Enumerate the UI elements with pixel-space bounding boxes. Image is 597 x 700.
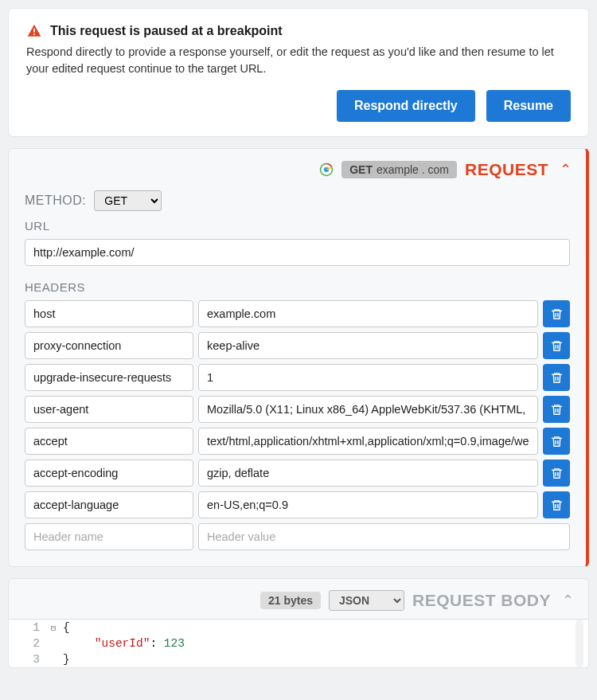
header-row-new [25,523,570,550]
request-panel: GET example . com REQUEST ⌃ METHOD: GET … [8,148,589,567]
line-number: 3 [9,653,47,666]
body-type-select[interactable]: JSON [329,590,404,611]
header-row [25,491,570,518]
method-label: METHOD: [25,194,86,208]
alert-description: Respond directly to provide a response y… [26,44,571,77]
header-value-input[interactable] [198,300,538,327]
header-name-input[interactable] [25,364,193,391]
header-value-input[interactable] [198,459,538,487]
warning-icon [26,23,42,39]
body-section-title: REQUEST BODY [412,591,551,610]
header-row [25,459,570,487]
header-row [25,300,570,327]
chrome-icon [319,162,334,177]
resume-button[interactable]: Resume [486,90,571,122]
respond-directly-button[interactable]: Respond directly [337,90,475,122]
header-name-input[interactable] [25,332,193,359]
code-content[interactable]: } [60,653,588,666]
header-name-input[interactable] [25,428,193,455]
delete-header-button[interactable] [543,300,570,327]
new-header-value-input[interactable] [198,523,570,550]
fold-toggle[interactable]: ⊟ [47,623,60,633]
headers-label: HEADERS [25,280,570,294]
method-select[interactable]: GET [94,190,162,211]
url-label: URL [25,219,570,233]
svg-rect-1 [33,33,35,35]
pill-host: example . com [377,163,449,176]
code-line: 3} [9,651,588,667]
breakpoint-alert: This request is paused at a breakpoint R… [8,8,589,137]
code-content[interactable]: { [60,621,588,634]
url-input[interactable] [25,239,570,266]
delete-header-button[interactable] [543,396,570,423]
new-header-name-input[interactable] [25,523,193,550]
delete-header-button[interactable] [543,364,570,391]
header-value-input[interactable] [198,428,538,455]
code-content[interactable]: "userId": 123 [60,637,588,650]
header-name-input[interactable] [25,396,193,423]
header-name-input[interactable] [25,300,193,327]
body-size-badge: 21 bytes [260,592,321,609]
request-body-panel: 21 bytes JSON REQUEST BODY ⌃ 1⊟{2 "userI… [8,578,589,668]
body-editor[interactable]: 1⊟{2 "userId": 1233} [9,619,588,667]
header-value-input[interactable] [198,332,538,359]
delete-header-button[interactable] [543,459,570,487]
delete-header-button[interactable] [543,491,570,518]
code-line: 2 "userId": 123 [9,635,588,651]
header-value-input[interactable] [198,491,538,518]
alert-title: This request is paused at a breakpoint [50,24,283,38]
line-number: 1 [9,621,47,634]
header-row [25,364,570,391]
pill-method: GET [349,163,373,176]
header-value-input[interactable] [198,396,538,423]
header-value-input[interactable] [198,364,538,391]
delete-header-button[interactable] [543,428,570,455]
delete-header-button[interactable] [543,332,570,359]
header-row [25,428,570,455]
header-name-input[interactable] [25,491,193,518]
code-line: 1⊟{ [9,620,588,635]
header-row [25,332,570,359]
header-row [25,396,570,423]
request-section-title: REQUEST [465,160,548,179]
request-summary-pill: GET example . com [341,161,457,178]
collapse-body-icon[interactable]: ⌃ [562,592,574,609]
line-number: 2 [9,637,47,650]
header-name-input[interactable] [25,459,193,487]
collapse-request-icon[interactable]: ⌃ [560,161,572,178]
svg-rect-0 [33,29,35,33]
